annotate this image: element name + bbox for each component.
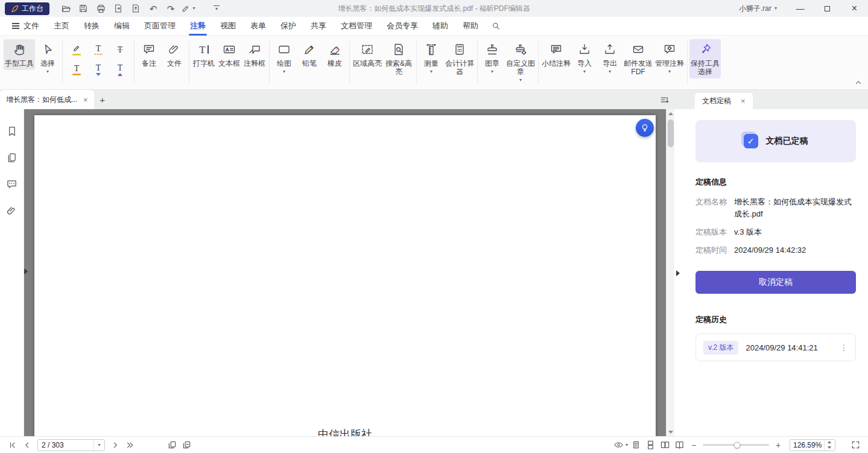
measure-tools-button[interactable]: 测量 ▾ bbox=[419, 39, 444, 77]
comments-panel-icon[interactable] bbox=[6, 178, 18, 190]
document-tab[interactable]: 增长黑客：如何低成... × bbox=[0, 90, 94, 109]
account-menu[interactable]: 小狮子.rar ▾ bbox=[739, 4, 777, 14]
snapshot-icon[interactable] bbox=[165, 439, 179, 452]
strikeout-button[interactable]: T bbox=[111, 40, 129, 59]
menu-item-comment[interactable]: 注释 bbox=[183, 17, 213, 36]
page-number-combobox[interactable]: ▾ bbox=[37, 439, 105, 451]
select-tool-button[interactable]: 选择 ▾ bbox=[35, 39, 60, 77]
finalize-panel-tab[interactable]: 文档定稿 × bbox=[695, 93, 753, 109]
hand-tool-button[interactable]: 手型工具 bbox=[4, 39, 35, 70]
callout-button[interactable]: 注释框 bbox=[242, 39, 267, 70]
assistant-lightbulb-button[interactable] bbox=[636, 119, 654, 137]
zoom-out-button[interactable]: − bbox=[687, 439, 700, 452]
minimize-button[interactable]: — bbox=[787, 0, 814, 17]
collapse-ribbon-icon[interactable] bbox=[855, 79, 862, 86]
summarize-comments-button[interactable]: 小结注释 bbox=[540, 39, 572, 70]
file-attachment-button[interactable]: 文件 bbox=[162, 39, 187, 70]
pages-panel-icon[interactable] bbox=[6, 151, 18, 163]
menu-item-doc-manage[interactable]: 文档管理 bbox=[334, 17, 379, 36]
menu-item-form[interactable]: 表单 bbox=[243, 17, 273, 36]
cancel-finalize-button[interactable]: 取消定稿 bbox=[695, 271, 856, 294]
close-button[interactable]: × bbox=[841, 0, 868, 17]
auto-scroll-icon[interactable] bbox=[656, 92, 672, 107]
book-view-icon[interactable] bbox=[673, 439, 686, 452]
maximize-button[interactable] bbox=[814, 0, 841, 17]
open-folder-icon[interactable] bbox=[58, 1, 74, 16]
pencil-tool-button[interactable]: 铅笔 bbox=[297, 39, 322, 70]
scroll-down-icon[interactable] bbox=[667, 428, 675, 436]
scrollbar-thumb[interactable] bbox=[668, 119, 674, 147]
search-icon[interactable] bbox=[488, 21, 504, 31]
page-number-input[interactable] bbox=[38, 441, 93, 449]
typewriter-button[interactable]: T 打字机 bbox=[191, 39, 217, 70]
zoom-spin-down-icon[interactable] bbox=[825, 445, 834, 451]
menu-item-protect[interactable]: 保护 bbox=[273, 17, 303, 36]
area-highlight-button[interactable]: 区域高亮 bbox=[352, 39, 383, 70]
menu-item-membership[interactable]: 会员专享 bbox=[379, 17, 425, 36]
save-icon[interactable] bbox=[75, 1, 91, 16]
email-fdf-button[interactable]: 邮件发送FDF bbox=[622, 39, 654, 78]
zoom-level-box[interactable] bbox=[790, 439, 835, 451]
last-page-button[interactable] bbox=[123, 439, 136, 452]
panel-close-icon[interactable]: × bbox=[741, 97, 746, 105]
zoom-in-button[interactable]: + bbox=[771, 439, 785, 452]
menu-item-view[interactable]: 视图 bbox=[213, 17, 243, 36]
zoom-spin-up-icon[interactable] bbox=[825, 440, 834, 445]
bookmarks-panel-icon[interactable] bbox=[6, 125, 18, 137]
attachments-panel-icon[interactable] bbox=[6, 204, 18, 217]
squiggly-underline-button[interactable]: T bbox=[89, 40, 107, 59]
page-dropdown[interactable]: ▾ bbox=[93, 440, 104, 451]
clipboard-icon[interactable] bbox=[180, 439, 193, 452]
zoom-level-input[interactable] bbox=[790, 440, 824, 451]
drawing-tools-button[interactable]: 绘图 ▾ bbox=[271, 39, 297, 77]
facing-view-icon[interactable] bbox=[658, 439, 671, 452]
menu-item-home[interactable]: 主页 bbox=[46, 17, 77, 36]
keep-tool-selected-button[interactable]: 保持工具选择 bbox=[689, 39, 721, 78]
new-tab-button[interactable]: + bbox=[94, 90, 111, 109]
continuous-view-icon[interactable] bbox=[644, 439, 657, 452]
redo-icon[interactable]: ↷ bbox=[163, 1, 179, 16]
zoom-slider-thumb[interactable] bbox=[734, 442, 741, 448]
customize-toolbar-button[interactable]: ▾ bbox=[209, 1, 224, 16]
file-menu[interactable]: 文件 bbox=[5, 21, 46, 31]
highlight-text-button[interactable] bbox=[68, 40, 86, 59]
next-page-button[interactable] bbox=[109, 439, 122, 452]
menu-item-organize[interactable]: 页面管理 bbox=[137, 17, 183, 36]
note-comment-button[interactable]: 备注 bbox=[136, 39, 162, 70]
custom-stamp-button[interactable]: 自定义图章 ▾ bbox=[505, 39, 536, 85]
manage-comments-button[interactable]: 管理注释 ▾ bbox=[654, 39, 685, 77]
annotation-visibility-button[interactable]: ▾ bbox=[613, 439, 628, 452]
menu-item-share[interactable]: 共享 bbox=[303, 17, 334, 36]
history-menu-icon[interactable]: ⋮ bbox=[840, 343, 848, 352]
zoom-slider[interactable] bbox=[703, 439, 769, 452]
menu-item-accessibility[interactable]: 辅助 bbox=[425, 17, 455, 36]
undo-icon[interactable]: ↶ bbox=[145, 1, 161, 16]
replace-text-button[interactable]: T bbox=[89, 61, 107, 79]
print-icon[interactable] bbox=[93, 1, 109, 16]
insert-text-button[interactable]: T bbox=[111, 61, 129, 79]
vertical-scrollbar[interactable] bbox=[666, 109, 674, 436]
pen-tool-dropdown[interactable]: ▾ bbox=[180, 1, 196, 16]
stamp-button[interactable]: 图章 ▾ bbox=[480, 39, 505, 77]
import-comments-button[interactable]: 导入 ▾ bbox=[572, 39, 597, 77]
share-doc-icon[interactable] bbox=[128, 1, 144, 16]
textbox-button[interactable]: 文本框 bbox=[217, 39, 242, 70]
expand-left-panel-handle[interactable] bbox=[24, 268, 28, 274]
export-comments-button[interactable]: 导出 ▾ bbox=[597, 39, 622, 77]
document-canvas[interactable]: 中信出版社 bbox=[24, 109, 666, 436]
collapse-right-panel-handle[interactable] bbox=[676, 270, 680, 276]
eraser-tool-button[interactable]: 橡皮 bbox=[322, 39, 347, 70]
menu-item-convert[interactable]: 转换 bbox=[77, 17, 107, 36]
first-page-button[interactable] bbox=[6, 439, 19, 452]
underline-button[interactable]: T bbox=[68, 61, 86, 79]
prev-page-button[interactable] bbox=[21, 439, 34, 452]
workspace-button[interactable]: 工作台 bbox=[5, 2, 49, 15]
menu-item-edit[interactable]: 编辑 bbox=[107, 17, 137, 36]
menu-item-help[interactable]: 帮助 bbox=[455, 17, 486, 36]
search-highlight-button[interactable]: 搜索&高亮 bbox=[383, 39, 414, 78]
single-page-view-icon[interactable] bbox=[629, 439, 642, 452]
calculator-button[interactable]: 会计计算器 bbox=[444, 39, 475, 78]
tab-close-icon[interactable]: × bbox=[83, 96, 88, 104]
scroll-up-icon[interactable] bbox=[667, 109, 675, 118]
fullscreen-icon[interactable] bbox=[849, 439, 862, 452]
